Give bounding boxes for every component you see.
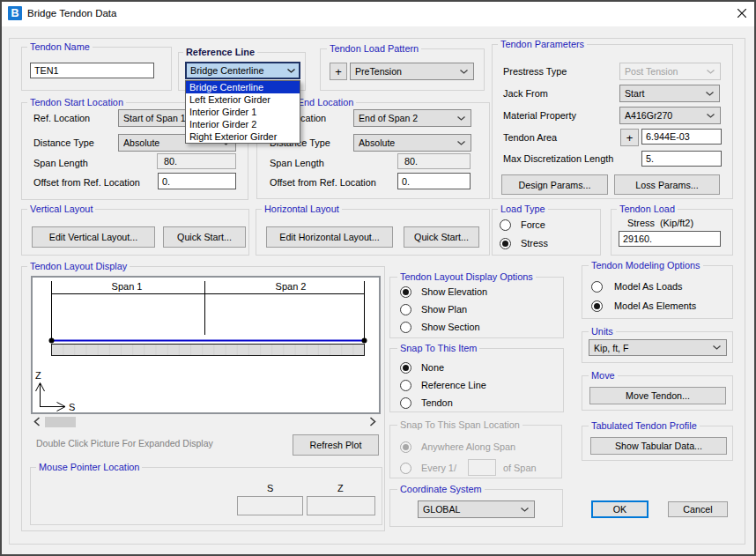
svg-text:Span 1: Span 1	[112, 281, 143, 292]
svg-text:Span 2: Span 2	[276, 281, 307, 292]
svg-text:S: S	[69, 402, 75, 412]
svg-text:Z: Z	[35, 370, 41, 381]
